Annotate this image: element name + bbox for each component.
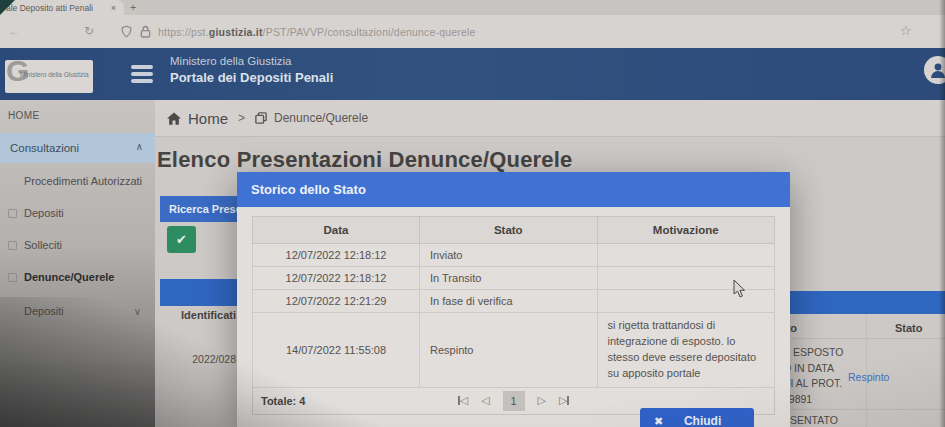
cell-stato: In fase di verifica xyxy=(420,290,597,313)
browser-tab[interactable]: ale Deposito atti Penali × xyxy=(0,0,124,15)
col-header-stato: Stato xyxy=(420,217,597,244)
modal-title: Storico dello Stato xyxy=(251,182,366,197)
sidebar-item-home[interactable]: HOME xyxy=(0,100,155,133)
url-bar[interactable]: https://pst.giustizia.it/PST/PAVVP/consu… xyxy=(120,20,920,43)
copy-icon xyxy=(255,112,267,124)
solleciti-icon xyxy=(8,241,17,250)
cell-stato: Inviato xyxy=(420,244,597,267)
browser-toolbar: ← ↻ https://pst.giustizia.it/PST/PAVVP/c… xyxy=(0,15,945,48)
table-row: 12/07/2022 12:18:12 In Transito xyxy=(253,267,775,290)
modal-body: Data Stato Motivazione 12/07/2022 12:18:… xyxy=(237,207,790,415)
sidebar-item-solleciti[interactable]: Solleciti xyxy=(0,231,155,259)
header-subtitle: Ministero della Giustizia xyxy=(170,55,333,67)
chevron-down-icon: ∨ xyxy=(134,306,141,317)
stato-column-header: Stato xyxy=(895,322,923,334)
bookmark-star-icon[interactable]: ☆ xyxy=(900,23,912,38)
last-page-icon[interactable]: ▷ xyxy=(559,394,569,407)
breadcrumb-current: Denunce/Querele xyxy=(274,111,368,125)
cell-data: 14/07/2022 11:55:08 xyxy=(253,313,420,388)
table-row: 14/07/2022 11:55:08 Respinto si rigetta … xyxy=(253,313,775,388)
modal-header: Storico dello Stato xyxy=(237,172,790,207)
reload-icon[interactable]: ↻ xyxy=(84,24,94,38)
col-header-data: Data xyxy=(253,217,420,244)
chevron-up-icon: ∧ xyxy=(136,141,143,152)
page-title: Elenco Presentazioni Denunce/Querele xyxy=(157,147,573,173)
sidebar-item-denunce-querele[interactable]: Denunce/Querele xyxy=(0,263,155,291)
table-row: 12/07/2022 12:18:12 Inviato xyxy=(253,244,775,267)
close-icon: ✖ xyxy=(654,415,663,427)
logo-text: Ministero della Giustizia xyxy=(20,71,89,78)
denunce-icon xyxy=(8,273,17,282)
hamburger-menu-icon[interactable] xyxy=(131,65,153,86)
first-page-icon[interactable]: ◁ xyxy=(458,394,468,407)
home-icon xyxy=(167,112,181,125)
cell-motivazione xyxy=(597,267,775,290)
cell-data: 12/07/2022 12:18:12 xyxy=(253,267,420,290)
url-text: https://pst.giustizia.it/PST/PAVVP/consu… xyxy=(158,26,476,38)
header-titles: Ministero della Giustizia Portale dei De… xyxy=(170,55,333,85)
identificativo-cell: 2022/028 xyxy=(158,353,236,365)
sidebar: HOME Consultazioni ∧ Procedimenti Autori… xyxy=(0,100,155,427)
stato-link[interactable]: Respinto xyxy=(848,371,889,383)
header-title: Portale dei Depositi Penali xyxy=(170,70,333,85)
depositi-icon xyxy=(8,209,17,218)
breadcrumb: Home > Denunce/Querele xyxy=(155,100,945,137)
cell-stato: In Transito xyxy=(420,267,597,290)
sidebar-group-consultazioni[interactable]: Consultazioni ∧ xyxy=(0,133,155,163)
status-history-table: Data Stato Motivazione 12/07/2022 12:18:… xyxy=(252,216,775,388)
close-button-label: Chiudi xyxy=(663,414,742,427)
user-avatar[interactable] xyxy=(924,56,945,84)
table-row: 12/07/2022 12:21:29 In fase di verifica xyxy=(253,290,775,313)
mouse-cursor xyxy=(733,280,746,298)
app-header: G Ministero della Giustizia Ministero de… xyxy=(0,48,945,100)
person-icon xyxy=(928,60,945,80)
identificativo-column-header: Identificati xyxy=(158,309,236,321)
back-icon[interactable]: ← xyxy=(8,24,20,38)
breadcrumb-separator: > xyxy=(238,111,245,125)
cell-data: 12/07/2022 12:18:12 xyxy=(253,244,420,267)
lock-icon xyxy=(140,25,151,38)
ministry-logo[interactable]: G Ministero della Giustizia xyxy=(5,60,93,93)
current-page-button[interactable]: 1 xyxy=(503,391,525,411)
cell-motivazione xyxy=(597,244,775,267)
browser-tab-strip: ale Deposito atti Penali × + xyxy=(0,0,945,15)
tab-title: ale Deposito atti Penali xyxy=(6,3,105,13)
tab-close-icon[interactable]: × xyxy=(111,3,116,13)
close-modal-button[interactable]: ✖ Chiudi xyxy=(640,408,754,427)
new-tab-icon[interactable]: + xyxy=(130,1,136,13)
oggetto-cell: E ESPOSTO O IN DATA UI AL PROT. 39891 xyxy=(783,345,844,407)
sidebar-item-procedimenti-autorizzati[interactable]: Procedimenti Autorizzati xyxy=(0,167,155,195)
shield-icon xyxy=(120,25,133,38)
cell-motivazione: si rigetta trattandosi di integrazione d… xyxy=(597,313,775,388)
oggetto-cell-2: ESENTATO xyxy=(783,414,838,426)
next-page-icon[interactable]: ▷ xyxy=(538,394,546,407)
breadcrumb-home[interactable]: Home xyxy=(188,110,228,127)
cell-motivazione xyxy=(597,290,775,313)
sidebar-item-depositi[interactable]: Depositi xyxy=(0,199,155,227)
cell-stato: Respinto xyxy=(420,313,597,388)
col-header-motivazione: Motivazione xyxy=(597,217,775,244)
check-icon: ✔ xyxy=(176,232,187,247)
cell-data: 12/07/2022 12:21:29 xyxy=(253,290,420,313)
screen: ale Deposito atti Penali × + ← ↻ https:/… xyxy=(0,0,945,427)
storico-stato-modal: Storico dello Stato Data Stato Motivazio… xyxy=(237,172,790,427)
sidebar-group-depositi[interactable]: Depositi ∨ xyxy=(0,297,155,325)
prev-page-icon[interactable]: ◁ xyxy=(481,394,489,407)
search-confirm-button[interactable]: ✔ xyxy=(167,226,196,253)
